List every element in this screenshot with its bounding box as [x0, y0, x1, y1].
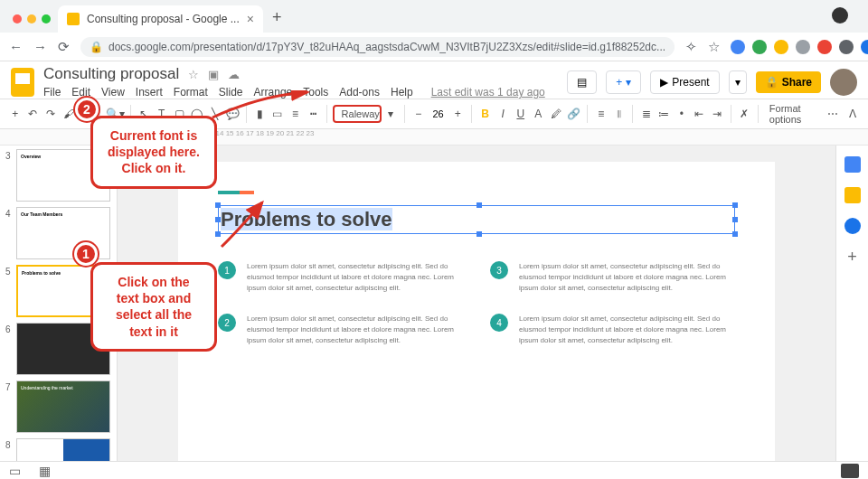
url-text: docs.google.com/presentation/d/17pY3V_t8… [108, 41, 665, 53]
more-tools-button[interactable]: ⋯ [826, 103, 842, 125]
present-dropdown[interactable]: ▾ [729, 70, 747, 94]
increase-indent-button[interactable]: ⇥ [709, 103, 725, 125]
font-family-selector[interactable]: Raleway [333, 105, 382, 123]
border-color-button[interactable]: ▭ [269, 103, 286, 125]
move-icon[interactable]: ▣ [208, 68, 219, 81]
extension-icon[interactable] [731, 40, 745, 54]
bulleted-list-button[interactable]: • [674, 103, 690, 125]
tasks-icon[interactable] [844, 218, 861, 234]
keep-icon[interactable] [844, 187, 861, 203]
resize-handle[interactable] [215, 231, 221, 237]
add-addon-icon[interactable]: + [844, 249, 861, 265]
collapse-toolbar-button[interactable]: ᐱ [844, 103, 861, 125]
resize-handle[interactable] [732, 231, 738, 237]
bookmark-star-icon[interactable]: ☆ [708, 39, 720, 55]
link-button[interactable]: 🔗 [566, 103, 582, 125]
extension-icon[interactable] [796, 40, 810, 54]
align-button[interactable]: ≡ [593, 103, 609, 125]
bold-button[interactable]: B [477, 103, 494, 125]
menu-insert[interactable]: Insert [136, 86, 163, 99]
underline-button[interactable]: U [513, 103, 529, 125]
font-size-decrease[interactable]: − [410, 103, 427, 125]
close-window-icon[interactable] [13, 14, 22, 23]
paint-format-button[interactable]: 🖌 [61, 103, 77, 125]
format-options-button[interactable]: Format options [764, 103, 824, 125]
last-edit-link[interactable]: Last edit was 1 day ago [431, 86, 545, 99]
undo-button[interactable]: ↶ [25, 103, 42, 125]
list-item[interactable]: 3Lorem ipsum dolor sit amet, consectetur… [490, 261, 735, 294]
resize-handle[interactable] [215, 202, 221, 208]
document-title[interactable]: Consulting proposal [43, 65, 179, 83]
text-color-button[interactable]: A [531, 103, 547, 125]
comment-tool[interactable]: 💬 [224, 103, 241, 125]
slide-title-text[interactable]: Problems to solve [221, 208, 392, 230]
reload-button[interactable]: ⟳ [58, 39, 70, 55]
browser-tab[interactable]: Consulting proposal - Google ... × [58, 5, 263, 33]
menu-view[interactable]: View [101, 86, 125, 99]
star-icon[interactable]: ☆ [188, 68, 199, 81]
window-controls[interactable] [7, 14, 58, 33]
numbered-list-button[interactable]: ≔ [656, 103, 672, 125]
list-item[interactable]: 2Lorem ipsum dolor sit amet, consectetur… [218, 314, 463, 346]
extension-icon[interactable] [861, 40, 868, 54]
list-item[interactable]: 1Lorem ipsum dolor sit amet, consectetur… [218, 261, 463, 294]
share-button[interactable]: 🔒 Share [756, 71, 821, 93]
extension-icon[interactable] [774, 40, 788, 54]
extension-icon[interactable] [752, 40, 767, 54]
filmstrip-view-icon[interactable]: ▭ [9, 464, 21, 478]
address-bar[interactable]: 🔒 docs.google.com/presentation/d/17pY3V_… [80, 37, 675, 57]
slide-canvas[interactable]: Problems to solve 1Lorem ipsum dolor sit… [178, 162, 775, 479]
cloud-save-icon[interactable]: ☁ [228, 68, 240, 81]
font-size-increase[interactable]: + [450, 103, 467, 125]
menu-addons[interactable]: Add-ons [339, 86, 380, 99]
border-dash-button[interactable]: ┅ [305, 103, 321, 125]
italic-button[interactable]: I [495, 103, 511, 125]
resize-handle[interactable] [476, 231, 482, 237]
line-spacing-button[interactable]: ≣ [638, 103, 655, 125]
present-button[interactable]: ▶ Present [650, 70, 719, 94]
list-item[interactable]: 4Lorem ipsum dolor sit amet, consectetur… [490, 314, 735, 346]
resize-handle[interactable] [476, 202, 482, 208]
slide-thumbnail[interactable]: Understanding the market [16, 380, 110, 433]
menu-arrange[interactable]: Arrange [254, 86, 293, 99]
menu-format[interactable]: Format [174, 86, 208, 99]
slides-favicon-icon [67, 13, 80, 25]
tab-close-icon[interactable]: × [247, 12, 254, 26]
grid-view-icon[interactable]: ▦ [39, 464, 51, 478]
comment-history-button[interactable]: ▤ [567, 70, 597, 94]
fill-color-button[interactable]: ▮ [252, 103, 269, 125]
menu-edit[interactable]: Edit [71, 86, 90, 99]
extension-icon[interactable] [839, 40, 854, 54]
slides-logo-icon[interactable] [11, 68, 34, 97]
back-button[interactable]: ← [9, 39, 23, 54]
menu-tools[interactable]: Tools [303, 86, 328, 99]
font-family-dropdown-icon[interactable]: ▾ [383, 103, 400, 125]
title-textbox-selected[interactable]: Problems to solve [218, 205, 735, 234]
menu-file[interactable]: File [43, 86, 61, 99]
calendar-icon[interactable] [844, 156, 861, 173]
minimize-window-icon[interactable] [27, 14, 36, 23]
reader-icon[interactable]: ✧ [685, 39, 697, 55]
valign-button[interactable]: ⫴ [611, 103, 627, 125]
menu-slide[interactable]: Slide [219, 86, 243, 99]
resize-handle[interactable] [215, 217, 221, 222]
extensions-tray [731, 40, 868, 54]
address-bar-row: ← → ⟳ 🔒 docs.google.com/presentation/d/1… [0, 33, 868, 61]
clear-format-button[interactable]: ✗ [737, 103, 753, 125]
decrease-indent-button[interactable]: ⇤ [692, 103, 708, 125]
border-weight-button[interactable]: ≡ [288, 103, 304, 125]
menu-help[interactable]: Help [391, 86, 413, 99]
new-tab-button[interactable]: + [263, 8, 291, 33]
resize-handle[interactable] [732, 202, 738, 208]
font-size-input[interactable] [429, 108, 448, 119]
resize-handle[interactable] [732, 217, 738, 222]
new-slide-button[interactable]: + [7, 103, 24, 125]
forward-button[interactable]: → [33, 39, 47, 54]
redo-button[interactable]: ↷ [42, 103, 59, 125]
explore-button[interactable] [841, 464, 859, 478]
add-dropdown-button[interactable]: + ▾ [606, 70, 641, 94]
maximize-window-icon[interactable] [42, 14, 51, 23]
highlight-button[interactable]: 🖉 [548, 103, 564, 125]
extension-icon[interactable] [817, 40, 832, 54]
account-avatar[interactable] [830, 69, 857, 96]
